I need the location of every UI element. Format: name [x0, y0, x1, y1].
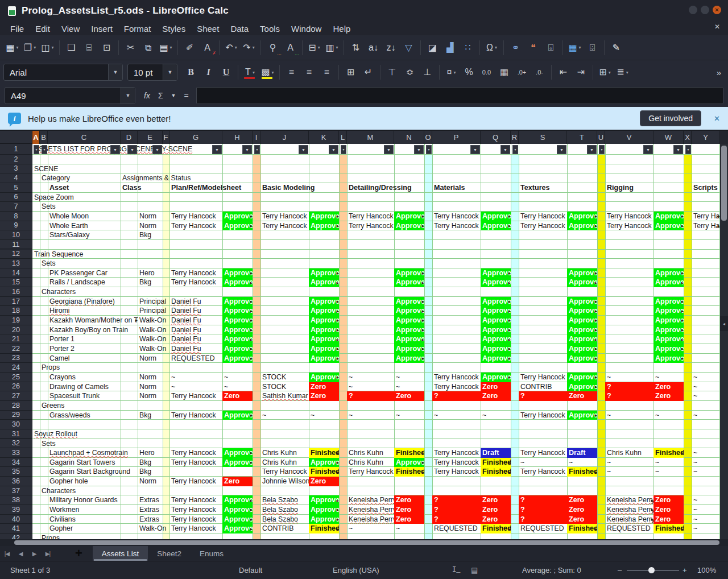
cell-A6[interactable]: Space Zoom [32, 193, 720, 202]
row-header-11[interactable]: 11 [0, 240, 32, 250]
cell-M38[interactable]: Keneisha Perry [347, 495, 394, 505]
cell-E20[interactable]: Walk-On [138, 325, 169, 335]
cell-C17[interactable]: Georgiana (Pinafore) [48, 297, 138, 307]
autofilter-button-L[interactable]: ▼ [341, 145, 346, 154]
cell-K29[interactable]: ~ [309, 411, 347, 420]
row-header-9[interactable]: 9 [0, 221, 32, 231]
cell-N9[interactable]: Approved [394, 221, 424, 231]
cell-N29[interactable]: ~ [394, 411, 432, 420]
menu-view[interactable]: View [56, 24, 85, 34]
row-header-23[interactable]: 23 [0, 354, 32, 363]
redo-button[interactable]: ↷▾ [240, 39, 258, 56]
cell-T27[interactable]: Zero [567, 391, 597, 401]
formula-icon[interactable]: = [184, 91, 188, 100]
cell-E27[interactable]: Norm [138, 391, 169, 401]
cell-S41[interactable]: REQUESTED [519, 524, 567, 533]
cell-P38[interactable]: ? [432, 495, 481, 505]
cell-Y9[interactable]: Terry Hancock [692, 221, 720, 231]
cell-P26[interactable]: Terry Hancock [432, 382, 481, 392]
cell-H39[interactable]: Approved [222, 505, 253, 515]
undo-button[interactable]: ↶▾ [222, 39, 240, 56]
row-header-38[interactable]: 38 [0, 495, 32, 505]
cell-V39[interactable]: Keneisha Perry [605, 505, 653, 515]
autofilter-button-R[interactable]: ▼ [512, 145, 518, 154]
row-header-36[interactable]: 36 [0, 477, 32, 486]
cell-T17[interactable]: Approved [567, 297, 597, 307]
clone-formatting-button[interactable]: ✐ [181, 39, 198, 56]
cell-W19[interactable]: Approved [653, 316, 684, 325]
cell-T33[interactable]: Draft [567, 448, 597, 458]
align-bottom-button[interactable]: ⊥ [419, 64, 436, 81]
cell-K33[interactable]: Finished [309, 448, 339, 458]
row-header-2[interactable]: 2 [0, 155, 32, 164]
first-sheet-button[interactable]: |◀ [0, 551, 14, 557]
row-header-34[interactable]: 34 [0, 458, 32, 468]
cell-J9[interactable]: Terry Hancock [260, 221, 309, 231]
column-header-K[interactable]: K [309, 131, 339, 144]
cell-C25[interactable]: Crayons [48, 373, 138, 382]
cell-S29[interactable]: Terry Hancock [519, 411, 567, 420]
cell-C35[interactable]: Gagarin Start Background [48, 467, 138, 477]
autofilter-button-W[interactable]: ▼ [673, 145, 683, 154]
cell-S25[interactable]: Terry Hancock [519, 373, 567, 382]
cell-W26[interactable]: Zero [653, 382, 684, 392]
cell-S38[interactable]: ? [519, 495, 567, 505]
cell-N38[interactable]: Zero [394, 495, 424, 505]
cell-S27[interactable]: ? [519, 391, 567, 401]
cell-K26[interactable]: Zero [309, 382, 339, 392]
row-header-26[interactable]: 26 [0, 382, 32, 392]
row-header-5[interactable]: 5 [0, 183, 32, 193]
autofilter-button-P[interactable]: ▼ [470, 145, 480, 154]
cell-C21[interactable]: Porter 1 [48, 334, 138, 344]
cell-G41[interactable]: Terry Hancock [169, 524, 222, 533]
cell-V25[interactable]: ~ [605, 373, 653, 382]
menu-format[interactable]: Format [118, 24, 157, 34]
cell-A12[interactable]: Train Sequence [32, 250, 720, 259]
cell-T22[interactable]: Approved [567, 344, 597, 354]
format-as-number-button[interactable]: 0.0 [478, 64, 495, 81]
sheet-tab-enums[interactable]: Enums [191, 546, 233, 561]
cell-C39[interactable]: Workmen [48, 505, 138, 515]
cell-Y34[interactable]: ~ [692, 458, 720, 468]
column-header-P[interactable]: P [432, 131, 481, 144]
cell-K14[interactable]: Approved [309, 268, 339, 278]
highlighting-color-button[interactable]: ▩▾ [259, 64, 276, 81]
cell-V40[interactable]: Keneisha Perry [605, 515, 653, 524]
align-left-button[interactable]: ≡ [283, 64, 300, 81]
cell-J33[interactable]: Chris Kuhn [260, 448, 309, 458]
row-header-3[interactable]: 3 [0, 164, 32, 174]
cell-V34[interactable]: ~ [605, 458, 653, 468]
cell-H33[interactable]: Approved [222, 448, 253, 458]
sort-ascending-button[interactable]: a↓ [365, 39, 382, 56]
cell-P27[interactable]: ? [432, 391, 481, 401]
underline-button[interactable]: U [217, 64, 235, 81]
toolbar-overflow-button[interactable]: » [717, 68, 725, 77]
row-header-4[interactable]: 4 [0, 173, 32, 183]
cell-T41[interactable]: Finished [567, 524, 597, 533]
cell-M25[interactable]: ~ [347, 373, 394, 382]
cell-Y25[interactable]: ~ [692, 373, 720, 382]
cell-K25[interactable]: Approved [309, 373, 339, 382]
font-size-combo[interactable]: 10 pt ▼ [127, 64, 177, 81]
menu-data[interactable]: Data [225, 24, 254, 34]
cell-M40[interactable]: Keneisha Perry [347, 515, 394, 524]
cell-E33[interactable]: Hero [138, 448, 169, 458]
cell-N27[interactable]: Zero [394, 391, 424, 401]
cell-Q15[interactable]: Approved [481, 278, 511, 287]
cell-K9[interactable]: Approved [309, 221, 339, 231]
cell-H25[interactable]: ~ [222, 373, 260, 382]
column-header-A[interactable]: A [32, 131, 40, 144]
menu-edit[interactable]: Edit [30, 24, 56, 34]
insert-image-button[interactable]: ◪ [424, 39, 441, 56]
close-document-icon[interactable]: ✕ [714, 23, 720, 31]
cell-J39[interactable]: Bela Szabo [260, 505, 309, 515]
merge-cells-button[interactable]: ⊞ [342, 64, 359, 81]
cell-K19[interactable]: Approved [309, 316, 339, 325]
column-header-X[interactable]: X [684, 131, 692, 144]
cell-J38[interactable]: Bela Szabo [260, 495, 309, 505]
cell-Q18[interactable]: Approved [481, 306, 511, 316]
cell-E35[interactable]: Bkg [138, 467, 260, 477]
column-header-E[interactable]: E [138, 131, 163, 144]
column-header-B[interactable]: B [40, 131, 48, 144]
column-header-I[interactable]: I [253, 131, 260, 144]
